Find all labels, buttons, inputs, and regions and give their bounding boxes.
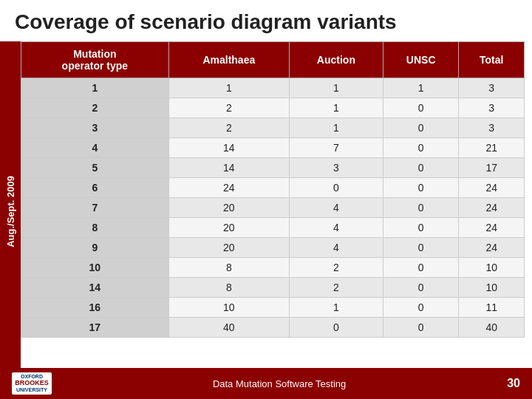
table-cell: 1 (168, 78, 289, 98)
table-cell: 0 (383, 98, 459, 118)
table-cell: 20 (168, 198, 289, 218)
table-cell: 8 (168, 258, 289, 278)
footer-logo-area: OXFORD BROOKES UNIVERSITY (12, 372, 52, 395)
col-header-amalthaea: Amalthaea (168, 42, 289, 78)
table-cell: 2 (289, 278, 383, 298)
table-row: 32103 (21, 118, 525, 138)
table-cell: 0 (383, 298, 459, 318)
table-cell: 0 (383, 118, 459, 138)
table-cell: 2 (168, 98, 289, 118)
table-cell: 14 (21, 278, 169, 298)
table-cell: 14 (168, 138, 289, 158)
table-cell: 21 (459, 138, 525, 158)
table-cell: 5 (21, 158, 169, 178)
table-cell: 24 (459, 178, 525, 198)
footer-caption: Data Mutation Software Testing (213, 378, 346, 389)
table-cell: 3 (21, 118, 169, 138)
table-row: 1082010 (21, 258, 525, 278)
table-cell: 7 (21, 198, 169, 218)
table-cell: 9 (21, 238, 169, 258)
data-table: Mutationoperator type Amalthaea Auction … (21, 41, 525, 338)
table-cell: 1 (289, 298, 383, 318)
table-cell: 3 (459, 78, 525, 98)
logo-brookes-text: BROOKES (15, 380, 49, 387)
table-cell: 24 (459, 198, 525, 218)
logo-box: OXFORD BROOKES UNIVERSITY (12, 372, 52, 395)
table-row: 9204024 (21, 238, 525, 258)
table-row: 8204024 (21, 218, 525, 238)
table-cell: 6 (21, 178, 169, 198)
table-cell: 10 (168, 298, 289, 318)
table-cell: 0 (383, 158, 459, 178)
table-cell: 0 (383, 218, 459, 238)
table-cell: 4 (289, 218, 383, 238)
table-cell: 0 (383, 278, 459, 298)
table-cell: 40 (168, 318, 289, 338)
table-cell: 24 (459, 238, 525, 258)
footer: OXFORD BROOKES UNIVERSITY Data Mutation … (0, 368, 532, 399)
table-cell: 3 (289, 158, 383, 178)
col-header-unsc: UNSC (383, 42, 459, 78)
table-cell: 0 (383, 178, 459, 198)
table-cell: 8 (168, 278, 289, 298)
table-cell: 20 (168, 238, 289, 258)
table-row: 1482010 (21, 278, 525, 298)
table-cell: 2 (168, 118, 289, 138)
table-cell: 0 (383, 238, 459, 258)
table-cell: 1 (289, 118, 383, 138)
table-cell: 0 (289, 318, 383, 338)
table-cell: 24 (168, 178, 289, 198)
table-cell: 4 (21, 138, 169, 158)
table-row: 7204024 (21, 198, 525, 218)
table-cell: 1 (289, 78, 383, 98)
table-row: 17400040 (21, 318, 525, 338)
col-header-mutation: Mutationoperator type (21, 42, 169, 78)
table-cell: 1 (21, 78, 169, 98)
table-cell: 24 (459, 218, 525, 238)
table-container: Mutationoperator type Amalthaea Auction … (21, 41, 532, 381)
table-cell: 17 (21, 318, 169, 338)
table-cell: 0 (383, 258, 459, 278)
table-cell: 2 (289, 258, 383, 278)
table-cell: 3 (459, 98, 525, 118)
table-row: 11113 (21, 78, 525, 98)
table-cell: 7 (289, 138, 383, 158)
table-cell: 20 (168, 218, 289, 238)
table-cell: 17 (459, 158, 525, 178)
table-cell: 10 (459, 278, 525, 298)
table-cell: 10 (459, 258, 525, 278)
table-cell: 16 (21, 298, 169, 318)
table-row: 22103 (21, 98, 525, 118)
side-label: Aug./Sept. 2009 (0, 41, 21, 381)
page-title: Coverage of scenario diagram variants (0, 0, 532, 41)
table-cell: 11 (459, 298, 525, 318)
table-cell: 14 (168, 158, 289, 178)
table-cell: 40 (459, 318, 525, 338)
logo-university-text: UNIVERSITY (15, 387, 49, 393)
table-cell: 3 (459, 118, 525, 138)
table-cell: 8 (21, 218, 169, 238)
table-row: 6240024 (21, 178, 525, 198)
table-cell: 4 (289, 238, 383, 258)
table-row: 5143017 (21, 158, 525, 178)
table-cell: 0 (383, 198, 459, 218)
table-cell: 2 (21, 98, 169, 118)
table-cell: 0 (383, 138, 459, 158)
table-cell: 10 (21, 258, 169, 278)
table-row: 4147021 (21, 138, 525, 158)
col-header-total: Total (459, 42, 525, 78)
table-cell: 0 (383, 318, 459, 338)
footer-page-number: 30 (507, 377, 520, 390)
table-cell: 1 (289, 98, 383, 118)
table-cell: 0 (289, 178, 383, 198)
table-cell: 1 (383, 78, 459, 98)
col-header-auction: Auction (289, 42, 383, 78)
table-cell: 4 (289, 198, 383, 218)
table-row: 16101011 (21, 298, 525, 318)
